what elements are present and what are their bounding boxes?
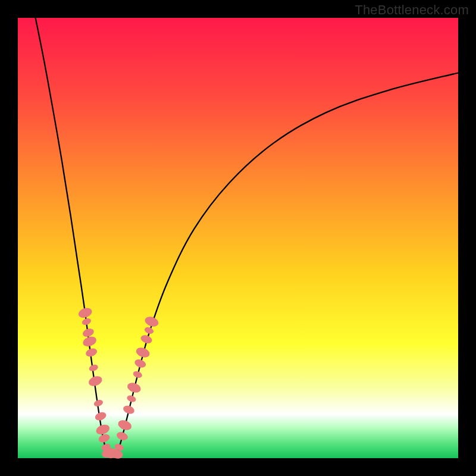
right-branch-bead: [126, 381, 142, 394]
left-branch-bead: [77, 306, 93, 320]
right-branch-bead: [140, 334, 154, 345]
left-branch-bead: [94, 411, 108, 422]
left-branch-bead: [84, 347, 98, 358]
outer-frame: TheBottleneck.com: [0, 0, 476, 476]
chart-svg: [18, 18, 458, 458]
right-branch-bead: [135, 346, 151, 359]
right-branch-bead: [122, 404, 136, 415]
right-branch-bead: [133, 358, 147, 369]
left-branch-bead: [82, 335, 98, 348]
right-branch-bead: [126, 394, 137, 403]
watermark-text: TheBottleneck.com: [355, 2, 469, 18]
right-branch-bead: [132, 370, 143, 379]
right-branch-bead: [115, 431, 129, 442]
left-branch-bead: [81, 317, 92, 326]
left-branch-bead: [87, 374, 104, 387]
left-branch-bead: [82, 327, 95, 339]
left-branch-bead: [98, 433, 111, 444]
left-branch-bead: [88, 364, 99, 372]
right-branch-bead: [143, 326, 154, 335]
right-branch-bead: [117, 418, 133, 431]
left-branch-bead: [95, 423, 111, 436]
right-branch-bead: [143, 315, 159, 328]
curve-right-branch: [110, 73, 458, 456]
left-branch-bead: [93, 399, 104, 408]
curve-left-branch: [36, 18, 111, 456]
